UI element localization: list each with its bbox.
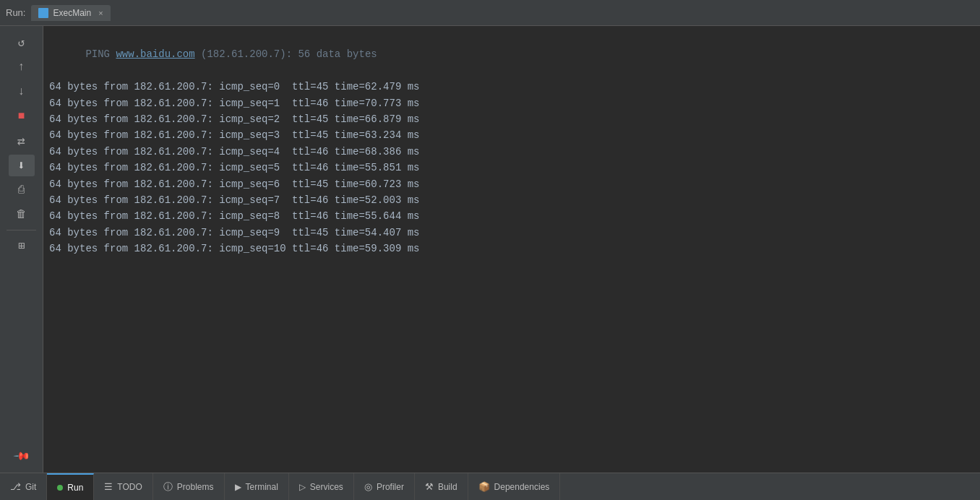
tab-dependencies-label: Dependencies xyxy=(494,482,550,492)
tab-title: ExecMain xyxy=(53,8,91,18)
tab-profiler[interactable]: ◎ Profiler xyxy=(354,473,415,500)
tab-dependencies[interactable]: 📦 Dependencies xyxy=(468,473,561,500)
tab-close-button[interactable]: × xyxy=(98,9,103,17)
output-line-0: 64 bytes from 182.61.200.7: icmp_seq=0 t… xyxy=(49,79,974,95)
main-content: ↺ ↑ ↓ ■ ⇄ ⬇ ⎙ 🗑 ⊞ 📌 PING www.baidu.com (… xyxy=(0,26,980,473)
print-button[interactable]: ⎙ xyxy=(9,179,35,201)
tab-git[interactable]: ⎇ Git xyxy=(0,473,47,500)
exec-main-tab[interactable]: ExecMain × xyxy=(31,5,110,21)
run-status-dot xyxy=(57,485,63,491)
tab-run-label: Run xyxy=(67,483,83,493)
output-line-7: 64 bytes from 182.61.200.7: icmp_seq=7 t… xyxy=(49,192,974,208)
toolbar-separator xyxy=(7,230,36,230)
tab-services[interactable]: ▷ Services xyxy=(289,473,354,500)
tab-problems[interactable]: ⓘ Problems xyxy=(153,473,225,500)
output-line-2: 64 bytes from 182.61.200.7: icmp_seq=2 t… xyxy=(49,111,974,127)
tab-run[interactable]: Run xyxy=(47,473,94,500)
refresh-button[interactable]: ↺ xyxy=(9,32,35,53)
tab-terminal[interactable]: ▶ Terminal xyxy=(225,473,289,500)
output-header: PING www.baidu.com (182.61.200.7): 56 da… xyxy=(49,30,974,79)
services-icon: ▷ xyxy=(299,482,306,492)
dependencies-icon: 📦 xyxy=(478,481,490,492)
tab-icon xyxy=(38,8,48,18)
tab-todo-label: TODO xyxy=(117,482,142,492)
tab-build-label: Build xyxy=(438,482,457,492)
left-toolbar: ↺ ↑ ↓ ■ ⇄ ⬇ ⎙ 🗑 ⊞ 📌 xyxy=(0,26,43,473)
output-area[interactable]: PING www.baidu.com (182.61.200.7): 56 da… xyxy=(43,26,980,473)
stop-button[interactable]: ■ xyxy=(9,105,35,127)
bottom-bar: ⎇ Git Run ☰ TODO ⓘ Problems ▶ Terminal ▷… xyxy=(0,473,980,500)
tab-todo[interactable]: ☰ TODO xyxy=(94,473,152,500)
output-line-3: 64 bytes from 182.61.200.7: icmp_seq=3 t… xyxy=(49,127,974,143)
tab-terminal-label: Terminal xyxy=(246,482,278,492)
output-line-1: 64 bytes from 182.61.200.7: icmp_seq=1 t… xyxy=(49,95,974,111)
ping-url: www.baidu.com xyxy=(116,48,194,60)
pin-button[interactable]: 📌 xyxy=(4,439,38,473)
output-line-5: 64 bytes from 182.61.200.7: icmp_seq=5 t… xyxy=(49,160,974,176)
run-label: Run: xyxy=(6,7,25,18)
git-icon: ⎇ xyxy=(10,481,21,492)
layout-button[interactable]: ⊞ xyxy=(9,235,35,257)
tab-services-label: Services xyxy=(310,482,343,492)
output-line-10: 64 bytes from 182.61.200.7: icmp_seq=10 … xyxy=(49,241,974,257)
dump-threads-button[interactable]: ⬇ xyxy=(9,155,35,176)
rerun-button[interactable]: ⇄ xyxy=(9,130,35,152)
top-bar: Run: ExecMain × xyxy=(0,0,980,26)
output-line-6: 64 bytes from 182.61.200.7: icmp_seq=6 t… xyxy=(49,176,974,192)
tab-profiler-label: Profiler xyxy=(377,482,404,492)
output-line-9: 64 bytes from 182.61.200.7: icmp_seq=9 t… xyxy=(49,225,974,241)
terminal-icon: ▶ xyxy=(235,482,241,492)
scroll-down-button[interactable]: ↓ xyxy=(9,81,35,103)
tab-git-label: Git xyxy=(25,482,36,492)
output-line-8: 64 bytes from 182.61.200.7: icmp_seq=8 t… xyxy=(49,208,974,224)
tab-problems-label: Problems xyxy=(177,482,214,492)
problems-icon: ⓘ xyxy=(163,480,173,493)
build-icon: ⚒ xyxy=(425,481,434,492)
delete-button[interactable]: 🗑 xyxy=(9,204,35,225)
output-line-4: 64 bytes from 182.61.200.7: icmp_seq=4 t… xyxy=(49,144,974,160)
profiler-icon: ◎ xyxy=(364,481,372,492)
scroll-up-button[interactable]: ↑ xyxy=(9,56,35,78)
tab-build[interactable]: ⚒ Build xyxy=(415,473,468,500)
todo-icon: ☰ xyxy=(104,481,113,492)
